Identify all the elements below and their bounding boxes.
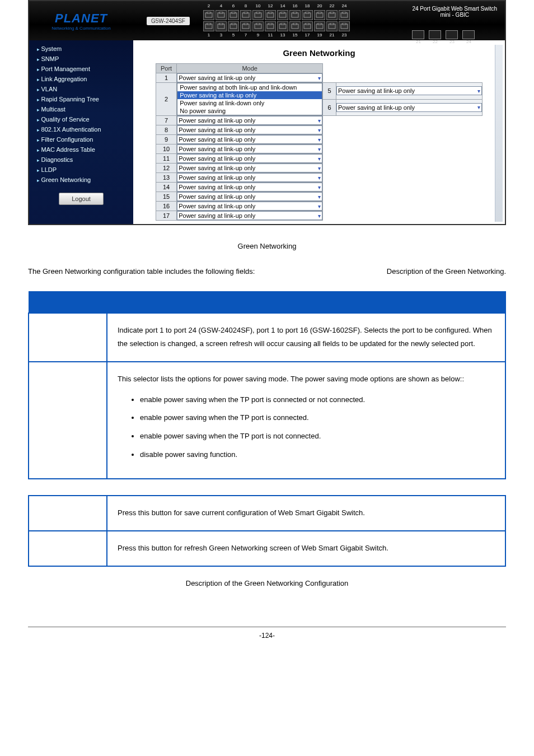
sidebar-item-rapid-spanning-tree[interactable]: Rapid Spanning Tree xyxy=(29,94,133,104)
gbic-slot xyxy=(446,30,458,39)
port-number: 7 xyxy=(240,32,251,38)
desc-text-apply: Press this button for save current confi… xyxy=(107,496,505,531)
intro-right: Description of the Green Networking. xyxy=(387,267,506,276)
desc-label-apply xyxy=(29,496,107,531)
mode-select[interactable]: Power saving at link-up only▾ xyxy=(177,173,322,182)
port-cell: 2 xyxy=(156,83,177,116)
header-bar: PLANET Networking & Communication G5W-24… xyxy=(29,1,505,40)
mode-cell: Power saving at link-up only▾ xyxy=(177,202,323,211)
port-indicator-panel: 214365871091211141316151817201922212423 xyxy=(203,3,350,38)
mode-select[interactable]: Power saving at link-up only▾ xyxy=(177,73,322,82)
mode-select[interactable]: Power saving at link-up only▾ xyxy=(177,144,322,153)
svg-rect-43 xyxy=(330,23,334,25)
port-cell: 8 xyxy=(156,125,177,135)
svg-rect-1 xyxy=(207,12,210,13)
mode-select[interactable]: Power saving at link-up only▾ xyxy=(336,86,482,95)
description-table: Indicate port 1 to port 24 (GSW-24024SF)… xyxy=(28,291,506,567)
sidebar-item-link-aggregation[interactable]: Link Aggregation xyxy=(29,74,133,84)
sidebar-item-mac-address-table[interactable]: MAC Address Table xyxy=(29,144,133,155)
header-right-block: 24 Port Gigabit Web Smart Switch mini - … xyxy=(412,6,497,44)
logout-button[interactable]: Logout xyxy=(59,193,104,205)
mode-select[interactable]: Power saving at link-up only▾ xyxy=(177,211,322,220)
port-number: 10 xyxy=(252,3,264,9)
mode-select[interactable]: Power saving at link-up only▾ xyxy=(177,183,322,192)
mode-dropdown-list[interactable]: Power saving at both link-up and link-do… xyxy=(177,83,322,115)
chevron-down-icon: ▾ xyxy=(318,194,321,200)
port-number: 1 xyxy=(203,32,214,38)
sidebar-item-lldp[interactable]: LLDP xyxy=(29,165,133,175)
port-number: 16 xyxy=(289,3,301,9)
port-number: 3 xyxy=(216,32,227,38)
port-indicator xyxy=(339,21,350,31)
port-indicator xyxy=(252,10,264,20)
port-number: 15 xyxy=(289,32,301,38)
sidebar-item-port-management[interactable]: Port Management xyxy=(29,64,133,74)
sidebar-item-snmp[interactable]: SNMP xyxy=(29,54,133,64)
port-number: 20 xyxy=(314,3,325,9)
table-row: 12Power saving at link-up only▾ xyxy=(156,164,483,173)
dropdown-option[interactable]: Power saving at link-up only xyxy=(177,91,322,99)
dropdown-option[interactable]: Power saving at link-down only xyxy=(177,99,322,107)
port-indicator xyxy=(203,10,214,20)
desc-text-refresh: Press this button for refresh Green Netw… xyxy=(107,531,505,566)
chevron-down-icon: ▾ xyxy=(477,88,480,94)
figure-caption-2: Description of the Green Networking Conf… xyxy=(28,579,506,587)
mode-select[interactable]: Power saving at link-up only▾ xyxy=(177,164,322,172)
dropdown-option[interactable]: No power saving xyxy=(177,107,322,115)
mode-select[interactable]: Power saving at link-up only▾ xyxy=(177,154,322,163)
port-cell: 11 xyxy=(156,154,177,164)
svg-rect-29 xyxy=(293,12,297,13)
chevron-down-icon: ▾ xyxy=(318,75,321,81)
mode-select[interactable]: Power saving at link-up only▾ xyxy=(177,192,322,201)
svg-rect-27 xyxy=(281,23,284,25)
table-row: 7Power saving at link-up only▾ xyxy=(156,116,483,125)
mode-cell: Power saving at link-up only▾ xyxy=(177,116,323,125)
chevron-down-icon: ▾ xyxy=(318,118,321,124)
port-number: 11 xyxy=(265,32,276,38)
port-number: 24 xyxy=(339,3,350,9)
figure-caption: Green Networking xyxy=(28,242,506,250)
col-port: Port xyxy=(156,64,177,73)
sidebar-item-diagnostics[interactable]: Diagnostics xyxy=(29,155,133,165)
page-title: Green Networking xyxy=(156,48,483,58)
table-row: 11Power saving at link-up only▾ xyxy=(156,154,483,164)
svg-rect-39 xyxy=(318,23,321,25)
svg-rect-9 xyxy=(232,12,235,13)
mode-select[interactable]: Power saving at link-up only▾ xyxy=(177,116,322,125)
sidebar-item-filter-configuration[interactable]: Filter Configuration xyxy=(29,134,133,144)
port-number: 19 xyxy=(314,32,325,38)
mode-bullet: enable power saving when the TP port is … xyxy=(140,427,495,446)
svg-rect-31 xyxy=(293,23,297,25)
svg-rect-7 xyxy=(219,23,223,25)
mode-select[interactable]: Power saving at link-up only▾ xyxy=(336,103,482,112)
sidebar-item-multicast[interactable]: Multicast xyxy=(29,104,133,114)
mode-cell: Power saving at both link-up and link-do… xyxy=(177,83,323,116)
mode-select[interactable]: Power saving at link-up only▾ xyxy=(177,125,322,134)
brand-tagline: Networking & Communication xyxy=(51,26,110,31)
sidebar-item-802-1x-authentication[interactable]: 802.1X Authentication xyxy=(29,124,133,134)
mode-cell: Power saving at link-up only▾ xyxy=(177,192,323,202)
gbic-slot xyxy=(429,30,441,39)
sidebar-item-system[interactable]: System xyxy=(29,44,133,54)
port-indicator xyxy=(326,10,338,20)
mode-cell: Power saving at link-up only▾ xyxy=(177,164,323,173)
mode-cell: Power saving at link-up only▾ xyxy=(177,183,323,192)
dropdown-option[interactable]: Power saving at both link-up and link-do… xyxy=(177,83,322,91)
sidebar-item-quality-of-service[interactable]: Quality of Service xyxy=(29,114,133,124)
port-number: 21 xyxy=(326,32,338,38)
chevron-down-icon: ▾ xyxy=(318,184,321,190)
table-row: 17Power saving at link-up only▾ xyxy=(156,211,483,221)
svg-rect-15 xyxy=(244,23,247,25)
desc-label-refresh xyxy=(29,531,107,566)
svg-rect-37 xyxy=(318,12,321,13)
sidebar-item-green-networking[interactable]: Green Networking xyxy=(29,175,133,185)
table-row: 10Power saving at link-up only▾ xyxy=(156,144,483,154)
sidebar-item-vlan[interactable]: VLAN xyxy=(29,84,133,94)
desc-text-mode: This selector lists the options for powe… xyxy=(107,362,505,479)
mode-select[interactable]: Power saving at link-up only▾ xyxy=(177,202,322,211)
chevron-down-icon: ▾ xyxy=(477,104,480,110)
mode-select[interactable]: Power saving at link-up only▾ xyxy=(177,135,322,144)
scrollbar[interactable] xyxy=(495,45,503,222)
port-number: 22 xyxy=(326,3,338,9)
port-indicator xyxy=(326,21,338,31)
